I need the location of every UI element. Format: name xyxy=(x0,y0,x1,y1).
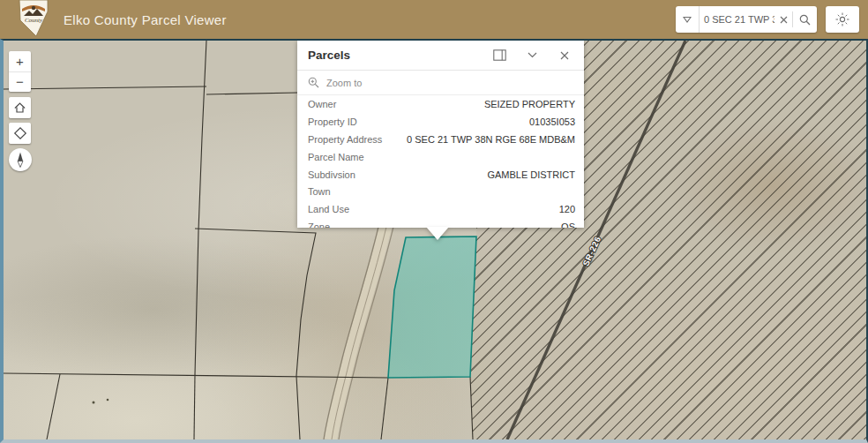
field-label: Parcel Name xyxy=(308,152,364,162)
search-source-dropdown[interactable] xyxy=(676,6,700,33)
zoom-widget: + − xyxy=(9,51,31,92)
app-header: County Elko County Parcel Viewer 0 SEC 2… xyxy=(0,0,868,39)
dirt-road-edge-east xyxy=(339,227,393,439)
field-label: Subdivsion xyxy=(308,169,355,180)
field-value: OS xyxy=(561,222,575,228)
dirt-road xyxy=(331,227,385,439)
magnifier-plus-icon xyxy=(308,77,319,88)
locate-button[interactable] xyxy=(9,123,31,144)
field-value: 120 xyxy=(559,204,575,214)
field-row-land-use: Land Use 120 xyxy=(297,200,584,218)
search-submit-button[interactable] xyxy=(793,6,817,33)
app-title: Elko County Parcel Viewer xyxy=(64,12,227,27)
field-label: Land Use xyxy=(308,204,349,214)
popup-field-list: Owner SEIZED PROPERTY Property ID 01035I… xyxy=(297,95,584,228)
logo-caption: County xyxy=(25,17,43,24)
field-value: GAMBLE DISTRICT xyxy=(487,169,575,180)
dock-button[interactable] xyxy=(492,49,506,63)
popup-header: Parcels xyxy=(297,41,584,71)
close-button[interactable] xyxy=(557,49,572,63)
field-row-parcel-name: Parcel Name xyxy=(297,148,584,166)
magnifier-icon xyxy=(799,14,811,26)
locate-diamond-icon xyxy=(13,126,27,140)
close-x-icon xyxy=(560,51,569,60)
chevron-down-icon xyxy=(528,52,537,58)
field-row-property-address: Property Address 0 SEC 21 TWP 38N RGE 68… xyxy=(297,131,584,148)
sun-icon xyxy=(835,12,849,26)
field-label: Property Address xyxy=(308,134,382,145)
clear-x-icon xyxy=(780,16,788,24)
dock-panel-icon xyxy=(493,49,506,61)
compass-needle-icon xyxy=(11,151,29,169)
popup-actions xyxy=(492,49,573,63)
field-row-town: Town xyxy=(297,183,584,200)
search-input[interactable]: 0 SEC 21 TWP 38N I xyxy=(700,14,774,25)
field-value: SEIZED PROPERTY xyxy=(484,99,575,109)
home-icon xyxy=(13,101,26,114)
elko-county-logo-icon: County xyxy=(18,0,49,37)
field-label: Property ID xyxy=(308,116,357,127)
parcel-viewer-app: County Elko County Parcel Viewer 0 SEC 2… xyxy=(0,0,868,443)
home-button[interactable] xyxy=(9,97,31,118)
field-row-subdivision: Subdivsion GAMBLE DISTRICT xyxy=(297,166,584,184)
field-label: Town xyxy=(308,186,331,197)
field-row-owner: Owner SEIZED PROPERTY xyxy=(297,95,584,113)
collapse-button[interactable] xyxy=(525,49,539,63)
triangle-down-icon xyxy=(683,16,692,23)
field-value: 01035I053 xyxy=(529,116,575,127)
field-label: Zone xyxy=(308,222,330,228)
basemap-brightness-button[interactable] xyxy=(826,6,859,33)
zoom-out-button[interactable]: − xyxy=(9,72,31,93)
popup-callout-pointer xyxy=(426,227,449,240)
road-label: SR-226 xyxy=(580,235,602,267)
popup-title: Parcels xyxy=(308,49,492,62)
zoom-in-button[interactable]: + xyxy=(9,51,31,72)
shrub-dots xyxy=(93,399,109,404)
compass-button[interactable] xyxy=(9,148,32,171)
header-right-group: 0 SEC 21 TWP 38N I xyxy=(676,6,861,33)
zoom-to-label: Zoom to xyxy=(326,78,362,88)
field-row-property-id: Property ID 01035I053 xyxy=(297,113,584,131)
search-box[interactable]: 0 SEC 21 TWP 38N I xyxy=(676,6,817,33)
zoom-to-action[interactable]: Zoom to xyxy=(297,71,584,95)
parcels-popup: Parcels xyxy=(297,41,584,228)
search-clear-button[interactable] xyxy=(774,6,792,33)
map-canvas[interactable]: SR-226 + − Parcels xyxy=(0,39,868,443)
field-label: Owner xyxy=(308,99,336,109)
selected-parcel-highlight[interactable] xyxy=(388,237,476,378)
field-value: 0 SEC 21 TWP 38N RGE 68E MDB&M xyxy=(407,134,575,145)
